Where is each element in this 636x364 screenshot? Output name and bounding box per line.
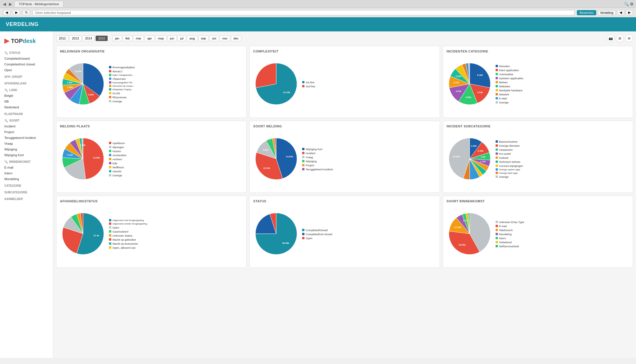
search-icon[interactable]: 🔍 xyxy=(624,2,629,6)
sidebar-item-nb[interactable]: NB xyxy=(0,99,53,104)
legend-item: Unknown Entry Type xyxy=(496,220,629,224)
sidebar-item-intern[interactable]: Intern xyxy=(0,170,53,176)
main-layout: ▶ TOPdesk 🔍 STATUS Completed/closed Comp… xyxy=(0,31,636,358)
chart-melding-inner: 14.55k2.16k0.23k Apeldoorn Nijmegen Huiz… xyxy=(60,130,243,188)
sidebar-item-incident[interactable]: Incident xyxy=(0,123,53,129)
charts-grid: MELDINGEN ORGANISATIE 3.89k1.86k1.96k13.… xyxy=(56,46,633,268)
sidebar-item-teruggekeerd[interactable]: Teruggekeerd Incident xyxy=(0,135,53,141)
chart-meldingen-title: MELDINGEN ORGANISATIE xyxy=(60,50,243,53)
year-2013[interactable]: 2013 xyxy=(69,35,81,41)
verdeling-button[interactable]: Verdeling xyxy=(597,10,616,15)
month-feb[interactable]: feb xyxy=(123,35,132,41)
chart-subcategorie-legend: Basisschoolnet Overige diensten Aanpasse… xyxy=(496,140,629,178)
url-bar: Geen selecties toegepast xyxy=(33,10,575,15)
year-2014[interactable]: 2014 xyxy=(82,35,95,41)
sidebar-item-completed-closed[interactable]: Completed/closed xyxy=(0,56,53,61)
refresh-button[interactable]: ↻ xyxy=(22,10,30,15)
chart-complexiteit-inner: 12.16k 1st line 2nd line xyxy=(253,55,436,113)
chart-complexiteit-pie: 12.16k xyxy=(253,61,299,107)
legend-item: Wacht op leverancier xyxy=(109,242,243,245)
search-icon-soort: 🔍 xyxy=(4,119,8,122)
bewerken-button[interactable]: Bewerken xyxy=(577,10,596,15)
chart-status-legend: Completed/closed Completed/not closed Op… xyxy=(302,229,436,240)
chart-meldingen-legend: Rvmmagmebqlwvi IkenaCc Kqbn Ystogdwxkdx.… xyxy=(109,66,243,103)
sidebar: ▶ TOPdesk 🔍 STATUS Completed/closed Comp… xyxy=(0,31,53,358)
chart-subcategorie-inner: 3.45k3.38k1.9k1.76k15.65k Basisschoolnet… xyxy=(447,130,629,188)
sidebar-item-project[interactable]: Project xyxy=(0,129,53,135)
status-section-label: 🔍 STATUS xyxy=(0,49,53,56)
month-mar[interactable]: mar xyxy=(133,35,144,41)
search-icon: 🔍 xyxy=(4,51,8,54)
chart-complexiteit-title: COMPLEXITEIT xyxy=(253,50,436,53)
sidebar-item-vraag[interactable]: Vraag xyxy=(0,141,53,146)
klantnaam-label: KLANTNAAM xyxy=(0,110,53,117)
legend-item: Kxyzsyegpdbov Wl... xyxy=(109,81,243,84)
chart-soort-inner: 14.04k10.93k5.62k Wijziging Kort Inciden… xyxy=(253,130,436,188)
legend-item: Rvmmagmebqlwvi xyxy=(109,66,243,69)
month-nov[interactable]: nov xyxy=(220,35,230,41)
nav-prev-button[interactable]: ◀ xyxy=(617,10,624,15)
chart-incidenten-inner: 8.46k4.93k4.86k4.81k2.74k2.22k Diensten … xyxy=(447,55,629,113)
legend-item: Overige klant appl. xyxy=(496,172,629,174)
zoom-tool-button[interactable]: ⊕ xyxy=(625,34,633,42)
month-oct[interactable]: oct xyxy=(209,35,219,41)
month-jul[interactable]: jul xyxy=(178,35,186,41)
sidebar-item-mondeling[interactable]: Mondeling xyxy=(0,176,53,182)
sidebar-item-wijziging-kort[interactable]: Wijziging Kort xyxy=(0,152,53,158)
month-apr[interactable]: apr xyxy=(145,35,155,41)
camera-tool-button[interactable]: 📷 xyxy=(607,34,615,42)
chart-subcategorie-pie: 3.45k3.38k1.9k1.76k15.65k xyxy=(447,136,493,182)
settings-icon[interactable]: ⚙ xyxy=(630,2,634,6)
forward-button[interactable]: ▶ xyxy=(13,10,20,15)
sidebar-item-wijziging[interactable]: Wijziging xyxy=(0,146,53,152)
svg-text:8.46k: 8.46k xyxy=(477,74,483,76)
chart-binnenkomst-pie: 18.56k17.12k2.73k xyxy=(447,211,493,257)
legend-item: Systeem applicaties xyxy=(496,77,629,80)
sidebar-item-nederland[interactable]: Nederland xyxy=(0,104,53,110)
month-sep[interactable]: sep xyxy=(198,35,209,41)
year-2012[interactable]: 2012 xyxy=(56,35,68,41)
chart-afhandelingstatus-title: AFHANDELINGSTATUS xyxy=(60,199,243,203)
legend-item: Completed/not closed xyxy=(302,233,436,236)
legend-item: Pro-actief xyxy=(496,152,629,155)
svg-text:4.93k: 4.93k xyxy=(477,91,483,94)
back-button[interactable]: ◀ xyxy=(3,10,10,15)
legend-item: Autorisaties xyxy=(496,73,629,76)
svg-text:2.16k: 2.16k xyxy=(67,154,73,156)
legend-item: Project xyxy=(302,164,436,167)
soort-label: 🔍 SOORT xyxy=(0,117,53,123)
subcategorie-label: SUBCATEGORIE xyxy=(0,188,53,195)
sidebar-item-open[interactable]: Open xyxy=(0,67,53,73)
chart-incidenten-legend: Diensten Klant applicaties Autorisaties … xyxy=(496,65,629,104)
month-may[interactable]: may xyxy=(155,35,167,41)
nav-forward-icon[interactable]: ▶ xyxy=(8,1,13,7)
svg-text:14.55k: 14.55k xyxy=(93,156,100,159)
legend-item: Kqbn Ystogdwxkdx... xyxy=(109,74,243,76)
month-dec[interactable]: dec xyxy=(231,35,241,41)
legend-item: Overige xyxy=(109,174,243,177)
sidebar-item-email[interactable]: E-mail xyxy=(0,165,53,170)
month-jan[interactable]: jan xyxy=(112,35,122,41)
legend-item: Rbzyveusw xyxy=(109,96,243,99)
chart-complexiteit: COMPLEXITEIT 12.16k 1st line 2nd line xyxy=(249,46,440,118)
filter-tool-button[interactable]: ⊞ xyxy=(616,34,624,42)
legend-item: Telefonisch xyxy=(496,229,629,232)
nav-next-button[interactable]: ▶ xyxy=(626,10,633,15)
year-2015[interactable]: 2015 xyxy=(95,35,108,41)
chart-binnenkomst-legend: Unknown Entry Type E-mail Telefonisch Mo… xyxy=(496,220,629,248)
logo: ▶ TOPdesk xyxy=(0,34,53,49)
legend-item: Open, akkoord van xyxy=(109,246,243,249)
month-jun[interactable]: jun xyxy=(168,35,177,41)
legend-item: Utrecht xyxy=(109,170,243,173)
legend-item: Teruggekeerd Incident xyxy=(302,168,436,171)
sidebar-item-completed-not-closed[interactable]: Completed/not closed xyxy=(0,61,53,67)
sidebar-item-belgie[interactable]: België xyxy=(0,93,53,99)
svg-text:3.89k: 3.89k xyxy=(88,93,94,96)
chart-meldingen-pie: 3.89k1.86k1.96k13.65k xyxy=(60,61,106,107)
nav-back-icon[interactable]: ◀ xyxy=(2,1,7,7)
month-aug[interactable]: aug xyxy=(187,35,197,41)
chart-meldingen-inner: 3.89k1.86k1.96k13.65k Rvmmagmebqlwvi Ike… xyxy=(60,55,243,113)
legend-item: Wijziging xyxy=(302,160,436,163)
browser-tab[interactable]: TOPdesk - Meldingenbeheer xyxy=(14,1,63,7)
chart-soort-pie: 14.04k10.93k5.62k xyxy=(253,136,299,182)
